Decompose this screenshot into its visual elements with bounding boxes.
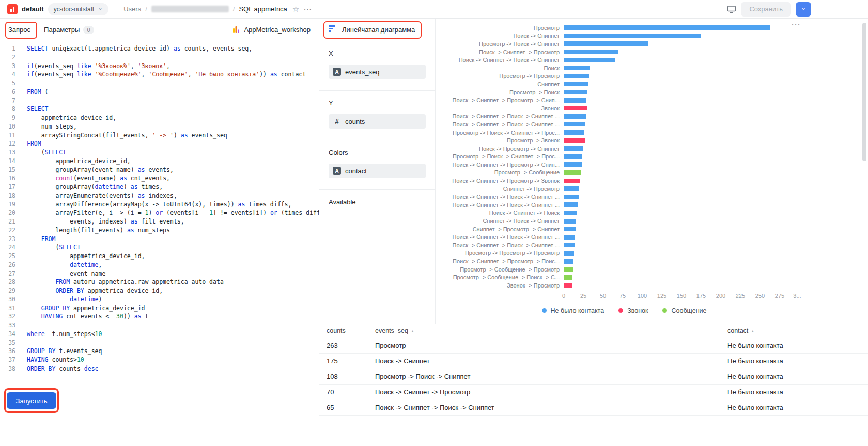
code-line: 16 count(event_name) as cnt_events,: [0, 174, 319, 183]
instance-name[interactable]: default: [22, 5, 44, 13]
chart-bar[interactable]: [564, 114, 586, 119]
sql-editor[interactable]: 1SELECT uniqExact(t.appmetrica_device_id…: [0, 41, 319, 446]
favorite-star-icon[interactable]: ☆: [292, 5, 299, 14]
field-contact[interactable]: Acontact: [329, 164, 426, 178]
table-row[interactable]: 175Поиск -> СниппетНе было контакта: [319, 354, 868, 369]
chart-bar[interactable]: [564, 130, 584, 135]
save-button[interactable]: Сохранить: [741, 2, 791, 17]
chart-bar[interactable]: [564, 186, 579, 191]
table-cell: 175: [327, 357, 375, 365]
code-line: 24 (SELECT: [0, 243, 319, 252]
chart-row: Просмотр -> Сообщение -> Просмотр: [436, 265, 868, 274]
chart-bar[interactable]: [564, 146, 583, 151]
chart-category-label: Поиск -> Сниппет -> Поиск -> Сниппет ...: [436, 234, 564, 240]
tab-parameters[interactable]: Параметры 0: [44, 26, 94, 34]
chart-bar[interactable]: [564, 162, 582, 167]
chart-bar[interactable]: [564, 267, 573, 272]
chart-bar[interactable]: [564, 179, 580, 183]
table-row[interactable]: 263ПросмотрНе было контакта: [319, 338, 868, 354]
field-counts[interactable]: #counts: [329, 114, 426, 129]
chart-bar[interactable]: [564, 227, 576, 231]
string-type-icon: A: [333, 68, 341, 76]
chart-bar[interactable]: [564, 66, 590, 70]
chart-bar[interactable]: [564, 154, 582, 159]
scrollbar[interactable]: [862, 22, 866, 445]
chart-bar[interactable]: [564, 202, 578, 207]
chart-bar[interactable]: [564, 219, 576, 224]
folder-selector[interactable]: yc-doc-outstaff ⌄: [48, 3, 109, 15]
column-header-events_seq[interactable]: events_seq▲: [375, 327, 727, 334]
chart-category-label: Поиск -> Сниппет -> Поиск -> Сниппет ...: [436, 113, 564, 119]
chart-bar[interactable]: [564, 50, 618, 54]
chart-type-selector[interactable]: Линейчатая диаграмма: [342, 26, 415, 34]
chart-bar[interactable]: [564, 243, 575, 247]
chart-row: Поиск -> Сниппет: [436, 32, 868, 40]
chart-category-label: Просмотр -> Сообщение -> Поиск -> С...: [436, 274, 564, 280]
scrollbar-thumb[interactable]: [862, 23, 866, 161]
more-menu-icon[interactable]: ⋯: [303, 4, 312, 14]
parameters-count-badge: 0: [83, 26, 94, 34]
chart-bar[interactable]: [564, 106, 587, 110]
preview-icon[interactable]: [727, 5, 736, 13]
chart-bar[interactable]: [564, 90, 587, 94]
line-number: 21: [0, 217, 16, 226]
column-header-counts[interactable]: counts: [327, 327, 375, 334]
code-line: 1SELECT uniqExact(t.appmetrica_device_id…: [0, 44, 319, 53]
table-row[interactable]: 70Поиск -> Сниппет -> ПросмотрНе было ко…: [319, 385, 868, 400]
legend-item[interactable]: Звонок: [618, 307, 648, 314]
chart-axis: 02550751001251501752002252502753...: [436, 293, 868, 301]
chart-bar[interactable]: [564, 259, 573, 264]
table-row[interactable]: 65Поиск -> Сниппет -> Поиск -> СниппетНе…: [319, 400, 868, 416]
chart-bar[interactable]: [564, 98, 586, 103]
code-line: 34where t.num_steps<10: [0, 330, 319, 339]
chart-row: Просмотр -> Просмотр: [436, 72, 868, 81]
chart-bar[interactable]: [564, 195, 579, 199]
tab-query[interactable]: Запрос: [8, 26, 30, 34]
chart-bar[interactable]: [564, 138, 585, 143]
code-line: 36GROUP BY t.events_seq: [0, 347, 319, 356]
breadcrumb-page: SQL appmetrica: [239, 5, 287, 13]
chart-category-label: Просмотр -> Просмотр -> Просмотр: [436, 250, 564, 256]
connection-selector[interactable]: AppMetrica_workshop: [233, 25, 311, 34]
section-label: Available: [329, 198, 426, 206]
legend-item[interactable]: Сообщение: [662, 307, 706, 314]
datalens-logo-icon[interactable]: [7, 4, 18, 14]
chart-bar[interactable]: [564, 122, 585, 126]
chart-bar[interactable]: [564, 82, 588, 86]
legend-item[interactable]: Не было контакта: [542, 307, 605, 314]
code-line: 6FROM (: [0, 88, 319, 97]
number-type-icon: #: [333, 117, 341, 125]
line-number: 28: [0, 278, 16, 286]
table-row[interactable]: 108Просмотр -> Поиск -> СниппетНе было к…: [319, 369, 868, 385]
chart-bar[interactable]: [564, 235, 575, 240]
chart-bar[interactable]: [564, 283, 572, 288]
chart-bar[interactable]: [564, 170, 581, 175]
chart-bar[interactable]: [564, 275, 572, 280]
chevron-down-icon: ⌄: [98, 6, 103, 9]
chart-bar[interactable]: [564, 251, 574, 256]
chart-row: Поиск -> Сниппет -> Поиск -> Сниппет: [436, 56, 868, 64]
code-line: 31 GROUP BY appmetrica_device_id: [0, 304, 319, 313]
string-type-icon: A: [333, 167, 341, 175]
chart-bar[interactable]: [564, 34, 701, 38]
run-button[interactable]: Запустить: [7, 392, 57, 409]
field-events_seq[interactable]: Aevents_seq: [329, 65, 426, 79]
code-line: 17 groupArray(datetime) as times,: [0, 183, 319, 192]
chart-row: Поиск -> Сниппет -> Поиск -> Сниппет ...: [436, 201, 868, 209]
chart-bar[interactable]: [564, 25, 770, 30]
save-dropdown-button[interactable]: ⌄: [796, 2, 811, 17]
chart-bar[interactable]: [564, 41, 648, 46]
column-header-contact[interactable]: contact▲: [727, 327, 868, 334]
chart-category-label: Сниппет -> Просмотр: [436, 186, 564, 192]
breadcrumb-users[interactable]: Users: [123, 5, 141, 13]
chart-menu-icon[interactable]: ⋯: [791, 19, 801, 30]
code-line: 19 arrayDifference(arrayMap(x -> toUInt6…: [0, 200, 319, 209]
results-table: countsevents_seq▲contact▲ 263ПросмотрНе …: [319, 324, 868, 446]
chart-category-label: Поиск -> Сниппет -> Поиск: [436, 210, 564, 216]
chart-row: Поиск -> Сниппет -> Просмотр: [436, 48, 868, 56]
chart-category-label: Поиск: [436, 65, 564, 71]
chart-bar[interactable]: [564, 211, 577, 215]
chart-bar[interactable]: [564, 58, 615, 62]
chart-bar[interactable]: [564, 74, 589, 78]
code-line: 22 length(filt_events) as num_steps: [0, 226, 319, 235]
